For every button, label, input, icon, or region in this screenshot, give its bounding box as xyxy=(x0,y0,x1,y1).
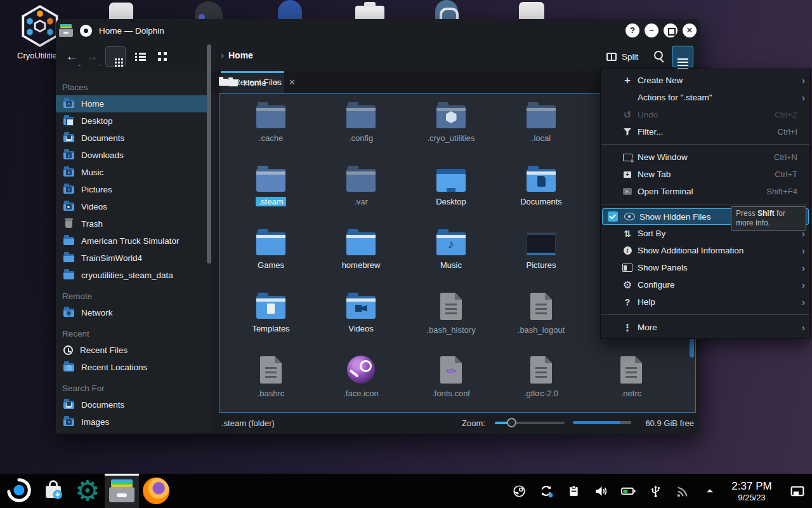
details-view-button[interactable] xyxy=(154,46,173,67)
file-item[interactable]: .cache xyxy=(226,99,316,163)
hamburger-menu-button[interactable] xyxy=(672,46,693,67)
back-button[interactable]: ←⌄ xyxy=(63,48,80,65)
icons-view-button[interactable] xyxy=(105,46,126,67)
clock[interactable]: 2:37 PM 9/25/23 xyxy=(729,480,775,502)
desktop-icon-partial[interactable] xyxy=(278,0,302,19)
file-item[interactable]: Games xyxy=(226,226,316,290)
file-item[interactable]: .bash_logout xyxy=(496,290,586,353)
sidebar-item[interactable]: cryoutilities_steam_data xyxy=(56,267,211,284)
help-button[interactable]: ? xyxy=(625,23,639,37)
breadcrumb[interactable]: › Home xyxy=(221,50,253,60)
menu-item[interactable]: Show Panels xyxy=(601,259,810,276)
sidebar-item[interactable]: Downloads xyxy=(56,147,211,164)
sidebar-item[interactable]: Network xyxy=(56,304,211,321)
expand-tray-icon[interactable] xyxy=(702,481,718,500)
tab-close-icon[interactable]: ✕ xyxy=(289,77,296,87)
file-item[interactable]: Templates xyxy=(226,290,316,353)
zoom-slider-handle[interactable] xyxy=(507,418,516,427)
menu-item[interactable]: Configure xyxy=(601,276,810,293)
menu-item[interactable]: New Window Ctrl+N xyxy=(601,149,810,166)
desktop-icon-partial[interactable] xyxy=(519,2,544,19)
menu-item[interactable]: Undo Ctrl+Z xyxy=(601,106,810,123)
checkbox[interactable] xyxy=(608,211,618,222)
sidebar-item-icon xyxy=(63,220,74,228)
compact-view-button[interactable] xyxy=(131,46,150,67)
file-icon xyxy=(620,356,642,384)
dolphin-launcher[interactable] xyxy=(105,474,139,508)
sidebar-item[interactable]: TrainSimWorld4 xyxy=(56,250,211,267)
file-item[interactable]: .local xyxy=(496,99,586,163)
split-button[interactable]: Split xyxy=(606,48,638,65)
file-item[interactable]: .bash_history xyxy=(406,290,496,353)
cryoutilities-desktop-icon[interactable] xyxy=(20,5,60,47)
file-item[interactable]: homebrew xyxy=(316,226,406,290)
updates-tray-icon[interactable] xyxy=(538,481,554,500)
file-item[interactable]: .gtkrc-2.0 xyxy=(496,353,586,417)
battery-tray-icon[interactable] xyxy=(620,481,636,500)
minimize-button[interactable]: − xyxy=(645,23,658,37)
firefox-launcher[interactable] xyxy=(139,474,173,508)
menu-item[interactable]: Actions for ".steam" xyxy=(601,89,810,106)
sidebar-item[interactable]: Trash xyxy=(56,215,211,232)
file-item[interactable]: Videos xyxy=(316,290,406,353)
sidebar-item[interactable]: Audio xyxy=(56,431,211,432)
desktop-icon-partial[interactable] xyxy=(109,3,133,20)
zoom-slider[interactable] xyxy=(495,422,565,424)
file-item[interactable]: .face.icon xyxy=(316,353,406,417)
sidebar-item[interactable]: Recent Locations xyxy=(56,359,211,376)
steamdeck-launcher[interactable] xyxy=(2,474,36,508)
close-button[interactable]: ✕ xyxy=(683,23,697,37)
file-item[interactable]: .var xyxy=(316,163,406,226)
sidebar-item[interactable]: Pictures xyxy=(56,181,211,198)
sidebar-item[interactable]: Documents xyxy=(56,130,211,147)
desktop-icon-partial[interactable] xyxy=(435,0,458,19)
menu-item[interactable]: Filter... Ctrl+I xyxy=(601,123,810,140)
menu-item[interactable]: More xyxy=(601,319,810,336)
maximize-button[interactable] xyxy=(664,23,678,37)
usb-tray-icon[interactable] xyxy=(647,481,664,500)
sidebar-item[interactable]: Music xyxy=(56,164,211,181)
file-item[interactable]: Documents xyxy=(496,163,586,226)
sidebar-item[interactable]: Recent Files xyxy=(56,342,211,359)
menu-item[interactable]: Open Terminal Shift+F4 xyxy=(601,183,810,200)
file-item[interactable]: .cryo_utilities xyxy=(406,99,496,163)
file-item[interactable]: Music xyxy=(406,226,496,290)
sidebar-item[interactable]: Home xyxy=(56,95,211,112)
sidebar-item[interactable]: Documents xyxy=(56,396,211,413)
sidebar-item[interactable]: Desktop xyxy=(56,112,211,130)
sidebar-item[interactable]: Videos xyxy=(56,198,211,215)
network-tray-icon[interactable] xyxy=(674,481,691,500)
steam-tray-icon[interactable] xyxy=(511,481,527,500)
desktop-icon-partial[interactable] xyxy=(195,1,223,20)
file-item[interactable]: Pictures xyxy=(496,226,586,290)
system-settings-launcher[interactable]: ⚙ xyxy=(70,474,105,508)
titlebar[interactable]: Home — Dolphin ? − ✕ xyxy=(56,19,700,42)
desktop-icon-partial[interactable] xyxy=(355,6,384,19)
panel-icon[interactable] xyxy=(789,481,806,500)
menu-item[interactable]: Help xyxy=(601,293,810,311)
clipboard-tray-icon[interactable] xyxy=(565,481,582,500)
sidebar-item[interactable]: Images xyxy=(56,413,211,431)
file-item[interactable]: .steam xyxy=(226,163,316,226)
tab[interactable]: Recent Files ✕ xyxy=(211,71,303,93)
file-item[interactable]: .config xyxy=(316,99,406,163)
menu-item[interactable]: Show Additional Information xyxy=(601,242,810,259)
file-icon xyxy=(527,105,556,128)
breadcrumb-home[interactable]: Home xyxy=(228,50,253,60)
file-item[interactable]: .bashrc xyxy=(226,353,316,417)
sidebar-item-icon xyxy=(63,168,74,177)
menu-item[interactable] xyxy=(601,314,809,315)
discover-launcher[interactable] xyxy=(36,474,70,508)
search-button[interactable] xyxy=(651,48,667,65)
sidebar-scrollbar[interactable] xyxy=(207,44,211,264)
menu-item[interactable] xyxy=(601,144,809,145)
menu-item[interactable]: Create New xyxy=(601,72,810,89)
volume-tray-icon[interactable] xyxy=(593,481,609,500)
file-item[interactable]: Desktop xyxy=(406,163,496,226)
file-item[interactable]: .netrc xyxy=(586,353,676,417)
menu-item[interactable]: New Tab Ctrl+T xyxy=(601,166,810,183)
file-item[interactable]: .fonts.conf xyxy=(406,353,496,417)
forward-button[interactable]: →⌄ xyxy=(84,48,100,65)
sidebar-item[interactable]: American Truck Simulator xyxy=(56,232,211,250)
menu-item[interactable] xyxy=(601,204,809,204)
